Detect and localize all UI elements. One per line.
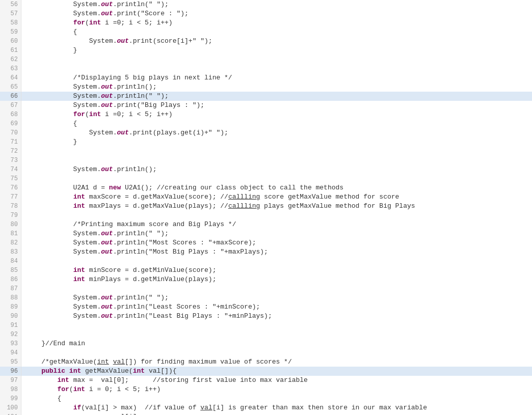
code-line: System.out.print("Score : "); bbox=[21, 9, 532, 18]
line-number: 90 bbox=[0, 312, 21, 321]
line-number: 70 bbox=[0, 128, 21, 137]
code-line: int max = val[0]; //storing first value … bbox=[21, 376, 532, 385]
code-line: System.out.println(); bbox=[21, 165, 532, 174]
line-number: 58 bbox=[0, 18, 21, 27]
line-number: 98 bbox=[0, 385, 21, 394]
code-line bbox=[21, 211, 532, 220]
line-number: 80 bbox=[0, 220, 21, 229]
code-line: max = val[i]; bbox=[21, 412, 532, 415]
line-number: 82 bbox=[0, 238, 21, 247]
line-number: 97 bbox=[0, 376, 21, 385]
line-number: 83 bbox=[0, 247, 21, 257]
line-number: 92 bbox=[0, 330, 21, 339]
code-line: System.out.println("Most Scores : "+maxS… bbox=[21, 238, 532, 247]
code-line bbox=[21, 348, 532, 357]
line-number: 94 bbox=[0, 348, 21, 357]
code-line bbox=[21, 55, 532, 64]
line-number: 68 bbox=[0, 110, 21, 119]
code-line: System.out.println(" "); bbox=[21, 293, 532, 302]
line-number: 100 bbox=[0, 403, 21, 412]
code-line bbox=[21, 156, 532, 165]
code-line: System.out.println(); bbox=[21, 82, 532, 92]
line-number: 65 bbox=[0, 82, 21, 92]
code-line: System.out.println(" "); bbox=[21, 229, 532, 238]
line-number: 76 bbox=[0, 183, 21, 192]
line-number: 71 bbox=[0, 137, 21, 147]
line-number: 87 bbox=[0, 284, 21, 293]
line-number: 89 bbox=[0, 302, 21, 312]
line-number: 60 bbox=[0, 37, 21, 46]
code-line bbox=[21, 64, 532, 73]
line-number: 93 bbox=[0, 339, 21, 348]
code-line: { bbox=[21, 27, 532, 37]
code-line: System.out.println(" "); bbox=[21, 0, 532, 9]
code-line: System.out.println("Least Big Plays : "+… bbox=[21, 312, 532, 321]
code-line: for(int i =0; i < 5; i++) bbox=[21, 110, 532, 119]
code-line: System.out.println(" "); bbox=[21, 92, 532, 101]
line-number: 56 bbox=[0, 0, 21, 9]
code-line bbox=[21, 147, 532, 156]
line-number: 69 bbox=[0, 119, 21, 128]
code-line: }//End main bbox=[21, 339, 532, 348]
line-number: 81 bbox=[0, 229, 21, 238]
line-number: 77 bbox=[0, 192, 21, 202]
line-number: 75 bbox=[0, 174, 21, 183]
line-number: 61 bbox=[0, 46, 21, 55]
code-line: System.out.print(plays.get(i)+" "); bbox=[21, 128, 532, 137]
line-number: 66 bbox=[0, 92, 21, 101]
line-number: 96 bbox=[0, 367, 21, 376]
line-number: 72 bbox=[0, 147, 21, 156]
line-number: 57 bbox=[0, 9, 21, 18]
line-numbers: 5657585960616263646566676869707172737475… bbox=[0, 0, 21, 415]
code-line: int minPlays = d.getMinValue(plays); bbox=[21, 275, 532, 284]
code-line bbox=[21, 330, 532, 339]
line-number: 84 bbox=[0, 257, 21, 266]
line-number: 73 bbox=[0, 156, 21, 165]
code-line: /*getMaxValue(int val[]) for finding max… bbox=[21, 357, 532, 367]
code-line: System.out.print("Big Plays : "); bbox=[21, 101, 532, 110]
line-number: 85 bbox=[0, 266, 21, 275]
code-line: System.out.println("Least Scores : "+min… bbox=[21, 302, 532, 312]
code-editor: 5657585960616263646566676869707172737475… bbox=[0, 0, 532, 415]
code-line bbox=[21, 284, 532, 293]
line-number: 99 bbox=[0, 394, 21, 403]
line-number: 101 bbox=[0, 412, 21, 415]
line-number: 62 bbox=[0, 55, 21, 64]
code-line: for(int i =0; i < 5; i++) bbox=[21, 18, 532, 27]
code-line bbox=[21, 257, 532, 266]
code-line: /*Printing maximum score and Big Plays *… bbox=[21, 220, 532, 229]
line-number: 79 bbox=[0, 211, 21, 220]
line-number: 78 bbox=[0, 202, 21, 211]
line-number: 88 bbox=[0, 293, 21, 302]
code-line: int minScore = d.getMinValue(score); bbox=[21, 266, 532, 275]
line-number: 59 bbox=[0, 27, 21, 37]
code-line: if(val[i] > max) //if value of val[i] is… bbox=[21, 403, 532, 412]
code-line: int maxScore = d.getMaxValue(score); //c… bbox=[21, 192, 532, 202]
line-number: 95 bbox=[0, 357, 21, 367]
code-line: int maxPlays = d.getMaxValue(plays); //c… bbox=[21, 202, 532, 211]
line-number: 67 bbox=[0, 101, 21, 110]
code-line: { bbox=[21, 119, 532, 128]
code-line: } bbox=[21, 46, 532, 55]
line-number: 74 bbox=[0, 165, 21, 174]
code-line: { bbox=[21, 394, 532, 403]
line-number: 86 bbox=[0, 275, 21, 284]
code-line: public int getMaxValue(int val[]){ bbox=[21, 367, 532, 376]
code-line: /*Displaying 5 big plays in next line */ bbox=[21, 73, 532, 82]
code-line: System.out.print(score[i]+" "); bbox=[21, 37, 532, 46]
code-area[interactable]: System.out.println(" "); System.out.prin… bbox=[21, 0, 532, 415]
code-line bbox=[21, 321, 532, 330]
code-line: for(int i = 0; i < 5; i++) bbox=[21, 385, 532, 394]
line-number: 63 bbox=[0, 64, 21, 73]
line-number: 64 bbox=[0, 73, 21, 82]
code-line: } bbox=[21, 137, 532, 147]
code-line bbox=[21, 174, 532, 183]
line-number: 91 bbox=[0, 321, 21, 330]
code-line: System.out.println("Most Big Plays : "+m… bbox=[21, 247, 532, 257]
code-line: U2A1 d = new U2A1(); //creating our clas… bbox=[21, 183, 532, 192]
